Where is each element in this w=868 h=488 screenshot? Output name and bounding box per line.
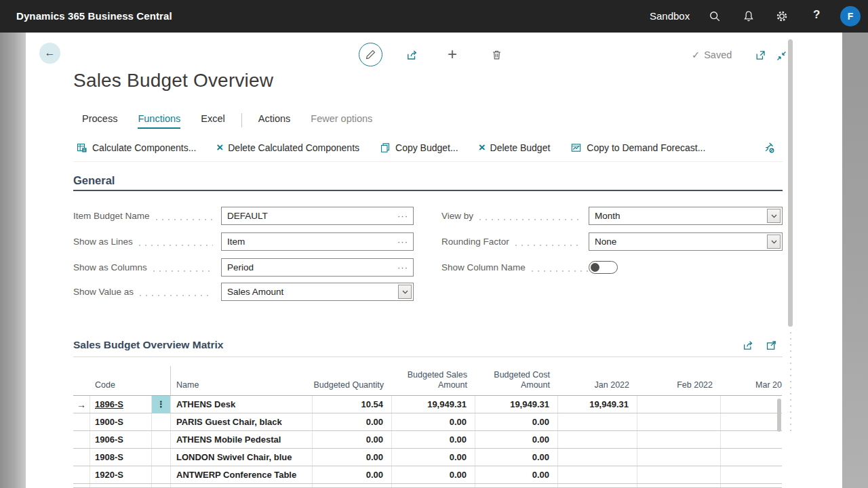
page-scrollbar-thumb[interactable]	[788, 39, 793, 327]
search-icon[interactable]	[709, 10, 721, 22]
cell-mar-2022[interactable]	[721, 449, 782, 466]
tab-actions[interactable]: Actions	[258, 113, 291, 127]
matrix-section-rule	[73, 357, 783, 357]
cell-feb-2022[interactable]	[637, 396, 721, 413]
cell-feb-2022[interactable]	[637, 431, 721, 448]
cell-name[interactable]: ATHENS Desk	[171, 396, 313, 413]
cell-code[interactable]: 1908-S	[90, 449, 152, 466]
cell-budgeted-quantity[interactable]: 10.54	[313, 396, 392, 413]
lookup-ellipsis-icon[interactable]: ···	[397, 233, 408, 250]
delete-button[interactable]	[491, 49, 502, 61]
cell-jan-2022[interactable]	[558, 466, 637, 483]
delete-budget-label: Delete Budget	[490, 142, 551, 153]
table-scrollbar-thumb[interactable]	[777, 399, 781, 432]
chevron-down-icon[interactable]	[767, 235, 781, 249]
environment-badge[interactable]: Sandbox	[650, 0, 690, 33]
cell-code[interactable]: 1920-S	[90, 466, 152, 483]
matrix-expand-button[interactable]	[766, 340, 777, 351]
business-central-window: Dynamics 365 Business Central Sandbox ? …	[0, 0, 868, 488]
cell-jan-2022[interactable]	[558, 449, 637, 466]
matrix-table: Code Name Budgeted Quantity Budgeted Sal…	[73, 366, 782, 488]
settings-gear-icon[interactable]	[776, 10, 788, 22]
view-by-label: View by	[441, 211, 479, 221]
share-button[interactable]	[406, 49, 419, 61]
cell-name[interactable]: PARIS Guest Chair, black	[171, 413, 313, 430]
view-by-select[interactable]: Month	[589, 207, 783, 225]
cell-budgeted-quantity[interactable]: 0.00	[313, 413, 392, 430]
lookup-ellipsis-icon[interactable]: ···	[397, 207, 408, 224]
show-column-name-toggle[interactable]	[589, 261, 618, 274]
matrix-share-button[interactable]	[743, 340, 754, 351]
cell-budgeted-quantity[interactable]: 0.00	[313, 466, 392, 483]
share-icon	[743, 340, 754, 351]
general-section-header[interactable]: General	[73, 174, 115, 187]
cell-feb-2022[interactable]	[637, 466, 721, 483]
app-title[interactable]: Dynamics 365 Business Central	[16, 0, 172, 33]
cell-budgeted-sales-amount[interactable]: 19,949.31	[392, 396, 475, 413]
cell-mar-2022[interactable]	[721, 413, 782, 430]
cell-mar-2022[interactable]	[721, 431, 782, 448]
cell-feb-2022[interactable]	[637, 413, 721, 430]
cell-budgeted-sales-amount[interactable]: 0.00	[392, 449, 475, 466]
cell-code[interactable]: 1900-S	[90, 413, 152, 430]
cell-mar-2022[interactable]	[721, 396, 782, 413]
help-icon[interactable]: ?	[813, 8, 820, 22]
cell-budgeted-quantity[interactable]: 0.00	[313, 449, 392, 466]
lookup-ellipsis-icon[interactable]: ···	[397, 259, 408, 276]
view-by-value: Month	[589, 211, 620, 221]
show-value-as-select[interactable]: Sales Amount	[221, 283, 414, 301]
tab-process[interactable]: Process	[82, 113, 117, 127]
cell-name[interactable]: LONDON Swivel Chair, blue	[171, 449, 313, 466]
cell-budgeted-cost-amount[interactable]: 0.00	[475, 466, 558, 483]
cell-jan-2022[interactable]	[558, 413, 637, 430]
calculate-components-button[interactable]: Calculate Components...	[77, 142, 196, 153]
show-as-lines-field[interactable]: Item ···	[221, 232, 414, 251]
unpin-action-bar-button[interactable]	[762, 141, 776, 155]
avatar[interactable]: F	[840, 6, 861, 26]
cell-budgeted-sales-amount[interactable]: 0.00	[392, 413, 475, 430]
cell-mar-2022[interactable]	[721, 466, 782, 483]
cell-name[interactable]: ATHENS Mobile Pedestal	[171, 431, 313, 448]
back-button[interactable]: ←	[39, 43, 60, 64]
collapse-button[interactable]	[776, 50, 787, 62]
rounding-factor-label: Rounding Factor	[441, 237, 515, 247]
cell-code[interactable]: 1896-S	[90, 396, 152, 413]
notifications-bell-icon[interactable]	[743, 10, 755, 22]
collapse-arrows-icon	[776, 50, 787, 62]
cell-budgeted-cost-amount[interactable]: 0.00	[475, 413, 558, 430]
delete-budget-button[interactable]: × Delete Budget	[479, 142, 551, 153]
copy-to-demand-forecast-button[interactable]: Copy to Demand Forecast...	[570, 142, 705, 153]
chevron-down-icon[interactable]	[398, 285, 412, 299]
delete-calculated-components-button[interactable]: × Delete Calculated Components	[216, 142, 359, 153]
cell-context-menu-icon[interactable]: ⋮	[152, 396, 170, 413]
open-in-new-window-button[interactable]	[755, 49, 766, 61]
edit-button[interactable]	[359, 43, 382, 66]
rounding-factor-select[interactable]: None	[589, 232, 783, 251]
cell-budgeted-sales-amount[interactable]: 0.00	[392, 431, 475, 448]
cell-budgeted-sales-amount[interactable]: 0.00	[392, 466, 475, 483]
rounding-factor-value: None	[589, 237, 616, 247]
active-row-arrow-icon: →	[73, 396, 90, 413]
cell-feb-2022[interactable]	[637, 449, 721, 466]
cell-jan-2022[interactable]	[558, 431, 637, 448]
tab-excel[interactable]: Excel	[201, 113, 224, 127]
cell-budgeted-cost-amount[interactable]: 19,949.31	[475, 396, 558, 413]
calculate-components-label: Calculate Components...	[92, 142, 196, 153]
column-header-mar-2022: Mar 20	[721, 366, 782, 395]
cell-name[interactable]: ANTWERP Conference Table	[171, 466, 313, 483]
tab-fewer-options[interactable]: Fewer options	[311, 113, 372, 127]
matrix-section-header[interactable]: Sales Budget Overview Matrix	[73, 339, 223, 351]
tab-functions[interactable]: Functions	[138, 113, 180, 129]
chevron-down-icon[interactable]	[767, 209, 781, 223]
show-as-columns-field[interactable]: Period ···	[221, 258, 414, 277]
cell-jan-2022[interactable]: 19,949.31	[558, 396, 637, 413]
new-button[interactable]: +	[448, 45, 457, 64]
item-budget-name-field[interactable]: DEFAULT ···	[221, 207, 414, 225]
table-row: 1900-S PARIS Guest Chair, black 0.00 0.0…	[73, 413, 782, 431]
cell-budgeted-cost-amount[interactable]: 0.00	[475, 431, 558, 448]
cell-budgeted-cost-amount[interactable]: 0.00	[475, 449, 558, 466]
cell-code[interactable]: 1906-S	[90, 431, 152, 448]
column-header-feb-2022: Feb 2022	[637, 366, 721, 395]
copy-budget-button[interactable]: Copy Budget...	[380, 142, 458, 153]
cell-budgeted-quantity[interactable]: 0.00	[313, 431, 392, 448]
